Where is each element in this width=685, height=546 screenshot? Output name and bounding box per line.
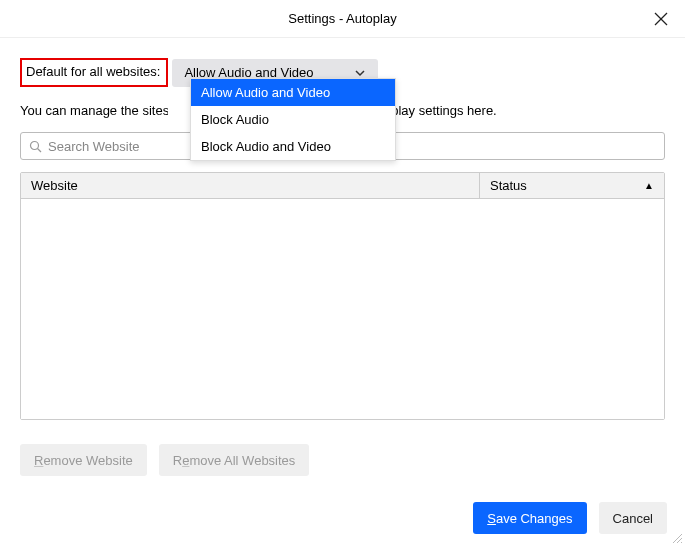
default-label: Default for all websites: [26,64,160,79]
close-icon [654,12,668,26]
cancel-button[interactable]: Cancel [599,502,667,534]
svg-line-3 [38,148,42,152]
column-header-website-label: Website [31,178,78,193]
save-changes-button[interactable]: Save Changes [473,502,586,534]
dropdown-option-block-audio-video[interactable]: Block Audio and Video [191,133,395,160]
column-header-status[interactable]: Status ▲ [480,173,664,198]
table-header: Website Status ▲ [21,173,664,199]
manage-text-left: You can manage the sites [20,103,168,118]
remove-website-button: Remove Website [20,444,147,476]
svg-line-6 [681,542,682,543]
dropdown-option-block-audio[interactable]: Block Audio [191,106,395,133]
remove-buttons-row: Remove Website Remove All Websites [20,444,665,476]
column-header-website[interactable]: Website [21,173,480,198]
sort-arrow-icon: ▲ [644,180,654,191]
svg-line-4 [673,534,682,543]
save-label: ave Changes [496,511,573,526]
remove-all-label: move All Websites [189,453,295,468]
chevron-down-icon [354,67,366,79]
cancel-label: Cancel [613,511,653,526]
resize-grip-icon[interactable] [671,532,683,544]
svg-point-2 [31,141,39,149]
footer-buttons: Save Changes Cancel [473,502,667,534]
website-table: Website Status ▲ [20,172,665,420]
remove-website-label: emove Website [43,453,132,468]
search-icon [29,140,42,153]
manage-text-right: oplay settings here. [384,103,497,118]
dropdown-list: Allow Audio and Video Block Audio Block … [190,78,396,161]
close-button[interactable] [649,7,673,31]
remove-all-websites-button: Remove All Websites [159,444,310,476]
titlebar: Settings - Autoplay [0,0,685,38]
dropdown-option-allow-audio-video[interactable]: Allow Audio and Video [191,79,395,106]
search-placeholder: Search Website [48,139,140,154]
column-header-status-label: Status [490,178,527,193]
default-label-highlight: Default for all websites: [20,58,168,87]
window-title: Settings - Autoplay [288,11,396,26]
table-body [21,199,664,419]
